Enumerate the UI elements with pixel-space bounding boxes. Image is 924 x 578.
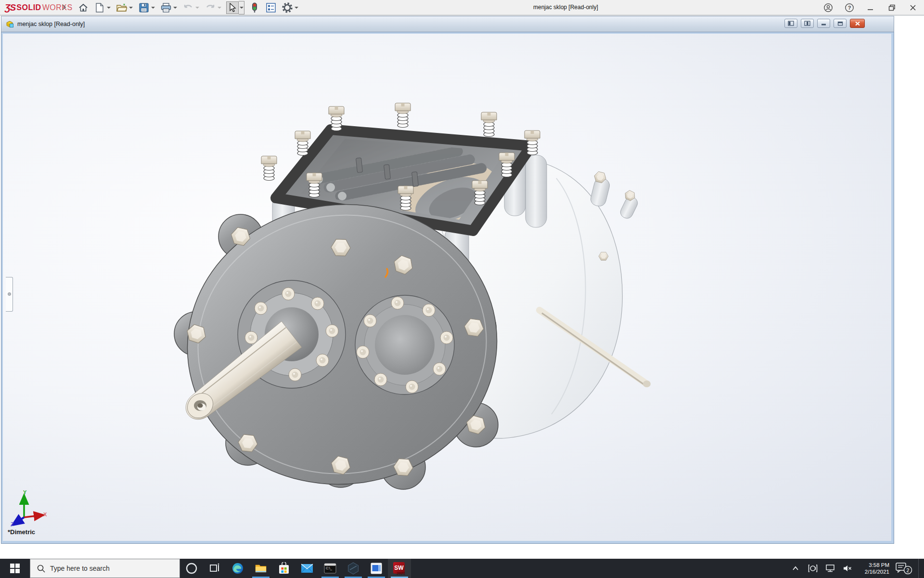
restore-icon [888,4,896,11]
gearbox-3d-model[interactable] [3,34,891,541]
doc-minimize-icon [821,21,826,26]
side-cover [355,295,454,394]
undo-button[interactable] [182,1,194,14]
save-icon [139,3,149,13]
z-axis-label: Z [11,521,14,527]
cortana-icon [185,562,198,575]
minimize-button[interactable] [863,1,878,14]
pane-left-icon [788,21,794,26]
new-document-button[interactable] [93,1,106,14]
file-properties-button[interactable] [265,1,277,14]
open-button[interactable] [116,1,128,14]
rebuild-button[interactable] [248,1,261,14]
open-dropdown[interactable] [128,1,134,14]
microsoft-store-icon [278,562,290,575]
select-dropdown[interactable] [239,1,244,14]
help-button[interactable]: ? [842,1,857,14]
svg-text:C:\_: C:\_ [326,566,332,570]
help-icon: ? [845,3,854,13]
taskbar-item-microsoft-store[interactable] [272,559,295,578]
pane-split-icon [804,21,810,26]
taskbar-search-input[interactable]: Type here to search [30,559,180,578]
tray-volume-button[interactable] [841,559,854,578]
taskbar-item-hexagon-app[interactable] [342,559,365,578]
doc-restore-button[interactable] [834,19,847,28]
new-dropdown[interactable] [106,1,112,14]
search-icon [37,565,45,573]
save-button[interactable] [138,1,150,14]
ds-logo-mark: ƷS [5,2,15,13]
notification-badge: 2 [907,567,910,573]
solidworks-2021-icon: SW 2021 [393,562,406,575]
edge-icon [231,562,244,575]
doc-close-button[interactable] [850,19,865,28]
hexagon-app-icon [347,562,359,575]
chevron-up-icon [792,566,799,571]
reference-triad[interactable]: Y X Z [10,489,58,528]
tray-network-button[interactable] [824,559,836,578]
redo-button[interactable] [204,1,217,14]
doc-restore-icon [837,21,843,26]
options-button[interactable] [281,1,294,14]
taskbar-item-mail[interactable] [295,559,319,578]
print-dropdown[interactable] [172,1,178,14]
doc-minimize-button[interactable] [817,19,830,28]
feature-pane-flyout-tab[interactable] [6,277,13,312]
restore-button[interactable] [885,1,899,14]
new-document-icon [95,3,104,13]
toolbar-expand-icon[interactable] [62,4,66,11]
taskbar-item-task-view[interactable] [203,559,226,578]
select-cursor-icon [229,3,236,13]
account-button[interactable] [821,1,835,14]
tray-clock[interactable]: 3:58 PM 2/16/2021 [859,562,889,575]
traffic-light-icon [251,2,258,13]
document-title: menjac sklop [Read-only] [17,21,85,27]
save-dropdown[interactable] [150,1,156,14]
tray-meet-now-button[interactable] [807,559,819,578]
redo-icon [205,3,216,12]
document-window-controls [784,19,865,28]
x-axis-label: X [43,512,47,517]
start-button[interactable] [0,559,30,578]
close-button[interactable] [906,1,920,14]
media-app-icon [370,562,383,575]
home-button[interactable] [77,1,90,14]
taskbar-item-media-app[interactable] [365,559,388,578]
minimize-icon [867,4,874,11]
app-title: menjac sklop [Read-only] [533,4,598,11]
taskbar-item-edge[interactable] [226,559,249,578]
taskbar-item-solidworks[interactable]: SW 2021 [388,559,411,578]
view-orientation-label: *Dimetric [8,528,35,536]
options-dropdown[interactable] [294,1,299,14]
graphics-area[interactable]: Y X Z *Dimetric [3,34,891,541]
file-explorer-icon [255,562,267,575]
x-axis-arrow [24,515,40,517]
gear-icon [282,2,293,13]
command-prompt-icon: C:\_ [324,563,336,574]
search-placeholder: Type here to search [50,565,110,572]
notification-center-button[interactable]: 2 [894,559,913,578]
print-icon [161,3,171,13]
assembly-icon [5,20,14,29]
home-icon [78,3,88,13]
show-desktop-button[interactable] [918,559,922,578]
y-axis-label: Y [23,489,27,495]
open-folder-icon [116,3,127,13]
print-button[interactable] [160,1,172,14]
meet-now-icon [808,564,818,573]
svg-text:?: ? [848,5,851,11]
toggle-split-pane-button[interactable] [801,19,814,28]
taskbar-item-file-explorer[interactable] [249,559,272,578]
redo-dropdown[interactable] [217,1,222,14]
taskbar-item-command-prompt[interactable]: C:\_ [319,559,342,578]
main-toolbar [77,0,299,15]
tray-chevron-button[interactable] [789,559,802,578]
svg-text:SW: SW [394,565,404,571]
select-tool-button[interactable] [226,1,239,14]
taskbar-item-cortana[interactable] [180,559,203,578]
taskbar: Type here to search [0,559,924,578]
logo-text-solid: SOLID [16,3,41,12]
toggle-left-pane-button[interactable] [784,19,797,28]
tray-time: 3:58 PM [859,562,889,568]
undo-dropdown[interactable] [194,1,200,14]
